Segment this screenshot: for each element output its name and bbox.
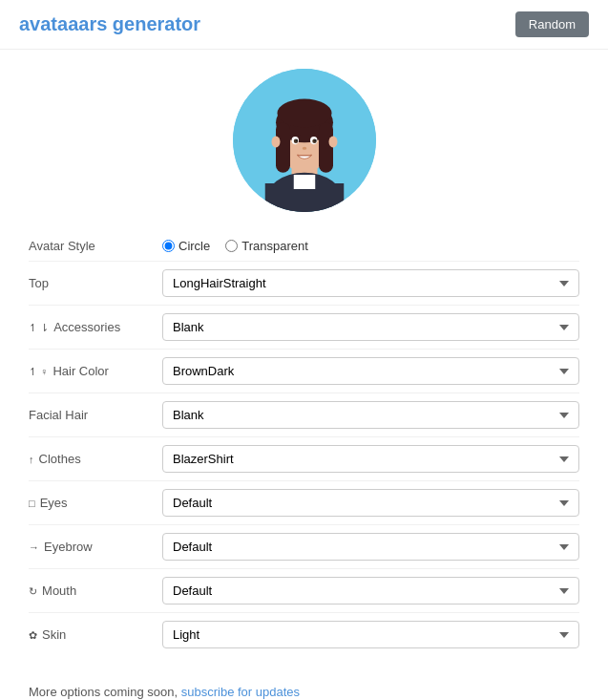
wrap-eyes: CloseCryDefaultDizzyEyeRollHappyHeartsSi… bbox=[162, 489, 579, 517]
field-row-top: TopLongHairStraightLongHairBobLongHairBu… bbox=[29, 262, 579, 306]
form-area: Avatar Style Circle Transparent TopLongH… bbox=[0, 222, 608, 675]
select-eyebrow[interactable]: AngryAngryNaturalDefaultDefaultNaturalFl… bbox=[162, 533, 579, 561]
avatar-circle bbox=[233, 69, 376, 212]
wrap-mouth: ConcernedDefaultDisbeliefEatingGrimaceSa… bbox=[162, 577, 579, 605]
svg-point-18 bbox=[328, 137, 337, 148]
svg-point-9 bbox=[277, 99, 331, 128]
avatar-svg bbox=[233, 69, 376, 212]
label-mouth: ↻ Mouth bbox=[29, 583, 162, 598]
field-row-skin: ✿ SkinTannedYellowPaleLightBrownDarkBrow… bbox=[29, 613, 579, 656]
field-row-hair-color: ↿ ♀ Hair ColorAuburnBlackBlondeBlondeGol… bbox=[29, 350, 579, 393]
avatar-style-options: Circle Transparent bbox=[162, 239, 308, 253]
app-title: avataaars generator bbox=[19, 13, 200, 35]
select-accessories[interactable]: BlankKurtPrescription01Prescription02Rou… bbox=[162, 313, 579, 341]
subscribe-link[interactable]: subscribe for updates bbox=[181, 685, 300, 699]
svg-point-16 bbox=[302, 147, 306, 150]
icon-skin: ✿ bbox=[29, 629, 40, 641]
wrap-hair-color: AuburnBlackBlondeBlondeGoldenBrownBrownD… bbox=[162, 357, 579, 385]
field-row-facial-hair: Facial HairBlankBeardLightBeardMagesticB… bbox=[29, 393, 579, 437]
label-accessories: ↿ ⇂ Accessories bbox=[29, 320, 162, 334]
select-mouth[interactable]: ConcernedDefaultDisbeliefEatingGrimaceSa… bbox=[162, 577, 579, 605]
footer-text: More options coming soon, subscribe for … bbox=[0, 675, 608, 700]
svg-rect-4 bbox=[293, 175, 315, 189]
wrap-clothes: BlazerShirtBlazerSweaterCollarSweaterGra… bbox=[162, 445, 579, 473]
avatar-style-circle[interactable]: Circle bbox=[162, 239, 210, 253]
form-rows: TopLongHairStraightLongHairBobLongHairBu… bbox=[29, 262, 579, 656]
icon-hair-color: ↿ ♀ bbox=[29, 366, 51, 377]
label-top: Top bbox=[29, 276, 162, 290]
avatar-style-row: Avatar Style Circle Transparent bbox=[29, 231, 579, 262]
field-row-accessories: ↿ ⇂ AccessoriesBlankKurtPrescription01Pr… bbox=[29, 306, 579, 350]
field-row-clothes: ↑ ClothesBlazerShirtBlazerSweaterCollarS… bbox=[29, 437, 579, 481]
avatar-style-transparent[interactable]: Transparent bbox=[225, 239, 308, 253]
avatar-style-label: Avatar Style bbox=[29, 239, 162, 253]
wrap-top: LongHairStraightLongHairBobLongHairBunSh… bbox=[162, 269, 579, 297]
wrap-accessories: BlankKurtPrescription01Prescription02Rou… bbox=[162, 313, 579, 341]
svg-point-15 bbox=[314, 139, 316, 141]
select-hair-color[interactable]: AuburnBlackBlondeBlondeGoldenBrownBrownD… bbox=[162, 357, 579, 385]
avatar-preview bbox=[0, 50, 608, 222]
svg-point-14 bbox=[295, 139, 297, 141]
icon-eyes: □ bbox=[29, 498, 38, 509]
label-clothes: ↑ Clothes bbox=[29, 452, 162, 466]
label-skin: ✿ Skin bbox=[29, 627, 162, 642]
wrap-skin: TannedYellowPaleLightBrownDarkBrownBlack bbox=[162, 621, 579, 648]
label-eyes: □ Eyes bbox=[29, 496, 162, 510]
select-facial-hair[interactable]: BlankBeardLightBeardMagesticBeardMediumM… bbox=[162, 401, 579, 429]
icon-accessories: ↿ ⇂ bbox=[29, 322, 52, 333]
field-row-eyebrow: → EyebrowAngryAngryNaturalDefaultDefault… bbox=[29, 525, 579, 569]
icon-clothes: ↑ bbox=[29, 454, 37, 465]
select-clothes[interactable]: BlazerShirtBlazerSweaterCollarSweaterGra… bbox=[162, 445, 579, 473]
label-hair-color: ↿ ♀ Hair Color bbox=[29, 364, 162, 378]
svg-rect-7 bbox=[276, 122, 290, 173]
wrap-facial-hair: BlankBeardLightBeardMagesticBeardMediumM… bbox=[162, 401, 579, 429]
icon-mouth: ↻ bbox=[29, 585, 40, 597]
wrap-eyebrow: AngryAngryNaturalDefaultDefaultNaturalFl… bbox=[162, 533, 579, 561]
icon-eyebrow: → bbox=[29, 541, 42, 553]
svg-rect-8 bbox=[319, 122, 333, 173]
random-button[interactable]: Random bbox=[515, 11, 589, 37]
header: avataaars generator Random bbox=[0, 0, 608, 50]
label-facial-hair: Facial Hair bbox=[29, 408, 162, 422]
select-top[interactable]: LongHairStraightLongHairBobLongHairBunSh… bbox=[162, 269, 579, 297]
field-row-mouth: ↻ MouthConcernedDefaultDisbeliefEatingGr… bbox=[29, 569, 579, 613]
field-row-eyes: □ EyesCloseCryDefaultDizzyEyeRollHappyHe… bbox=[29, 481, 579, 525]
svg-point-17 bbox=[271, 137, 280, 148]
select-eyes[interactable]: CloseCryDefaultDizzyEyeRollHappyHeartsSi… bbox=[162, 489, 579, 517]
label-eyebrow: → Eyebrow bbox=[29, 540, 162, 554]
select-skin[interactable]: TannedYellowPaleLightBrownDarkBrownBlack bbox=[162, 621, 579, 648]
